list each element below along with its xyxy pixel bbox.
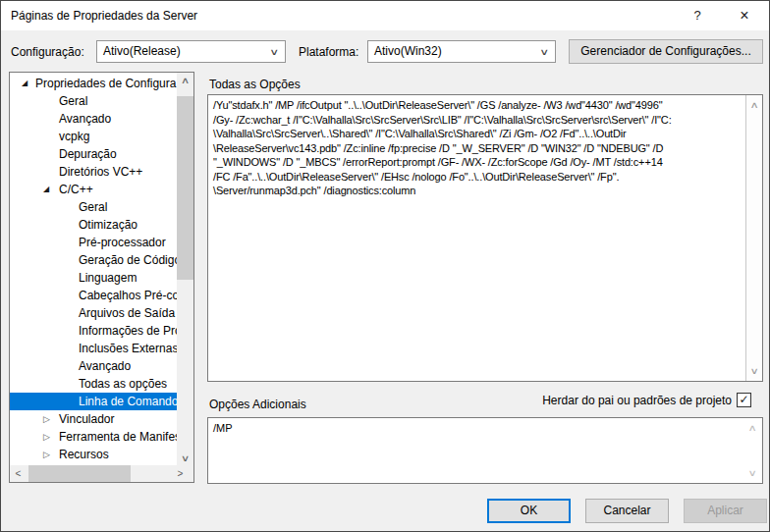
scroll-down-icon[interactable]: ∨: [743, 363, 765, 379]
tree-item-label: C/C++: [59, 181, 93, 198]
tree-vertical-scrollbar[interactable]: ∧ ∨: [177, 73, 193, 467]
tree-item-label: Avançado: [79, 357, 131, 375]
scroll-up-icon[interactable]: ∧: [743, 97, 765, 113]
additional-options-label: Opções Adicionais: [209, 398, 306, 411]
additional-options-value: /MP: [213, 422, 233, 434]
tree-item-pre-processador[interactable]: Pré-processador: [10, 234, 178, 251]
tree-item-label: vcpkg: [59, 128, 89, 145]
tree-item-ferramenta-de-manifesto[interactable]: ▷Ferramenta de Manifes: [10, 428, 178, 446]
tree-item-label: Inclusões Externas: [79, 340, 178, 357]
scroll-up-icon: ∧: [742, 421, 763, 435]
additional-options-box[interactable]: /MP ∧ ∨: [207, 417, 763, 484]
vertical-scroll-thumb[interactable]: [177, 96, 193, 280]
tree-item-label: Linha de Comando: [79, 393, 178, 410]
tree-item-diretorios-vc[interactable]: Diretórios VC++: [10, 163, 178, 181]
tree-item-label: Propriedades de Configura: [35, 75, 176, 92]
checkmark-icon: ✓: [738, 394, 750, 406]
property-pages-dialog: Páginas de Propriedades da Server ? × Co…: [0, 0, 770, 532]
tree-item-label: Linguagem: [79, 269, 137, 287]
tree-item-geracao-de-codigo[interactable]: Geração de Código: [10, 251, 178, 269]
dialog-title: Páginas de Propriedades da Server: [11, 9, 197, 23]
tree-horizontal-scrollbar[interactable]: < >: [10, 465, 193, 482]
tree-item-label: Informações de Pro: [79, 322, 178, 340]
tree-item-label: Pré-processador: [79, 234, 166, 251]
tree-item-avancado[interactable]: Avançado: [10, 110, 178, 128]
platform-value: Ativo(Win32): [374, 44, 442, 58]
apply-button[interactable]: Aplicar: [684, 499, 767, 523]
close-icon[interactable]: ×: [728, 1, 761, 30]
tree-item-cabecalhos-pre-compilados[interactable]: Cabeçalhos Pré-com: [10, 287, 178, 304]
tree-item-linha-de-comando[interactable]: Linha de Comando: [10, 393, 178, 410]
property-tree: ◢Propriedades de Configura Geral Avançad…: [9, 72, 194, 483]
configuration-label: Configuração:: [11, 45, 84, 59]
tree-item-label: Depuração: [59, 145, 117, 163]
scroll-right-icon[interactable]: >: [172, 465, 189, 482]
expanded-arrow-icon[interactable]: ◢: [43, 181, 49, 198]
title-bar[interactable]: Páginas de Propriedades da Server ? ×: [1, 1, 769, 30]
tree-item-label: Vinculador: [59, 410, 114, 428]
help-button[interactable]: ?: [681, 1, 714, 30]
collapsed-arrow-icon[interactable]: ▷: [43, 410, 50, 428]
all-options-text: /Yu"stdafx.h" /MP /ifcOutput "..\..\OutD…: [213, 98, 740, 198]
collapsed-arrow-icon[interactable]: ▷: [43, 428, 50, 446]
tree-item-label: Cabeçalhos Pré-com: [79, 287, 178, 304]
tree-item-label: Recursos: [59, 446, 109, 463]
tree-item-cpp-avancado[interactable]: Avançado: [10, 357, 178, 375]
tree-item-label: Todas as opções: [79, 375, 167, 393]
tree-item-vinculador[interactable]: ▷Vinculador: [10, 410, 178, 428]
tree-item-cpp-geral[interactable]: Geral: [10, 198, 178, 216]
tree-item-linguagem[interactable]: Linguagem: [10, 269, 178, 287]
tree-item-propriedades-de-configuracao[interactable]: ◢Propriedades de Configura: [10, 75, 178, 92]
ok-button[interactable]: OK: [487, 499, 571, 523]
cancel-button[interactable]: Cancelar: [585, 499, 669, 523]
platform-dropdown[interactable]: Ativo(Win32) ∨: [367, 40, 556, 63]
chevron-down-icon: ∨: [270, 42, 280, 63]
tree-item-inclusoes-externas[interactable]: Inclusões Externas: [10, 340, 178, 357]
inherit-label: Herdar do pai ou padrões de projeto: [542, 394, 732, 407]
platform-label: Plataforma:: [299, 45, 358, 59]
tree-item-label: Otimização: [79, 216, 138, 234]
tree-item-c-cpp[interactable]: ◢C/C++: [10, 181, 178, 198]
tree-item-geral[interactable]: Geral: [10, 92, 178, 110]
scroll-left-icon[interactable]: <: [10, 465, 27, 482]
configuration-value: Ativo(Release): [103, 44, 181, 58]
all-options-box[interactable]: /Yu"stdafx.h" /MP /ifcOutput "..\..\OutD…: [207, 94, 763, 382]
all-options-label: Todas as Opções: [209, 78, 301, 91]
tree-item-vcpkg[interactable]: vcpkg: [10, 128, 178, 145]
scroll-down-icon: ∨: [742, 466, 763, 480]
inherit-checkbox[interactable]: ✓: [737, 393, 751, 407]
configuration-dropdown[interactable]: Ativo(Release) ∨: [96, 40, 286, 63]
scroll-up-icon[interactable]: ∧: [174, 73, 194, 89]
tree-item-label: Geral: [79, 198, 107, 216]
tree-item-informacoes-de-procura[interactable]: Informações de Pro: [10, 322, 178, 340]
chevron-down-icon: ∨: [540, 42, 550, 63]
configuration-manager-button[interactable]: Gerenciador de Configurações...: [569, 39, 763, 64]
tree-item-depuracao[interactable]: Depuração: [10, 145, 178, 163]
tree-item-label: Geração de Código: [79, 251, 178, 269]
tree-item-label: Ferramenta de Manifes: [59, 428, 178, 446]
tree-item-label: Avançado: [59, 110, 111, 128]
all-options-scrollbar[interactable]: ∧ ∨: [745, 95, 762, 381]
tree-item-otimizacao[interactable]: Otimização: [10, 216, 178, 234]
tree-item-label: Diretórios VC++: [59, 163, 142, 181]
collapsed-arrow-icon[interactable]: ▷: [43, 446, 50, 463]
tree-item-todas-as-opcoes[interactable]: Todas as opções: [10, 375, 178, 393]
horizontal-scroll-thumb[interactable]: [28, 465, 131, 482]
tree-item-arquivos-de-saida[interactable]: Arquivos de Saída: [10, 304, 178, 322]
tree-rows: ◢Propriedades de Configura Geral Avançad…: [10, 75, 178, 463]
tree-item-label: Geral: [59, 92, 87, 110]
tree-item-recursos[interactable]: ▷Recursos: [10, 446, 178, 463]
tree-item-label: Arquivos de Saída: [79, 304, 175, 322]
expanded-arrow-icon[interactable]: ◢: [22, 75, 28, 92]
